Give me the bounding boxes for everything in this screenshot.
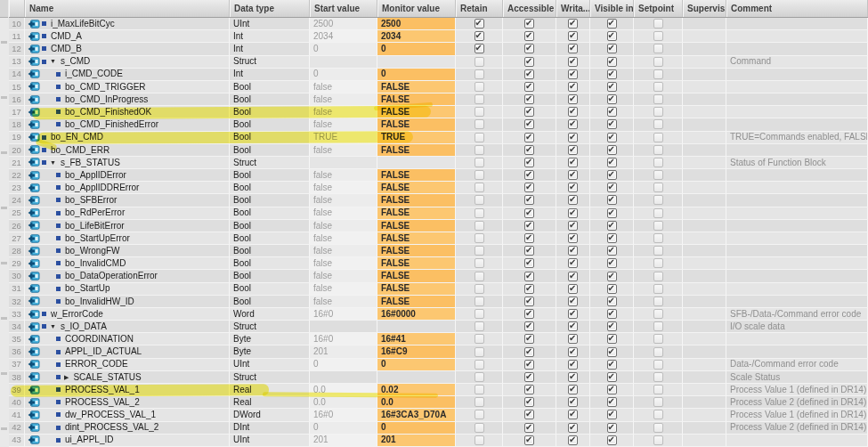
visible-checkbox[interactable]: ✔ bbox=[607, 246, 617, 256]
retain-checkbox[interactable]: ✔ bbox=[475, 19, 484, 28]
monitor-value-cell[interactable]: FALSE bbox=[377, 81, 456, 93]
data-type-cell[interactable]: DInt bbox=[230, 422, 310, 435]
variable-name-cell[interactable]: i_CMD_CODE bbox=[25, 69, 230, 81]
retain-checkbox[interactable] bbox=[475, 119, 484, 129]
data-type-cell[interactable]: Struct bbox=[230, 371, 310, 384]
visible-checkbox[interactable]: ✔ bbox=[607, 435, 617, 445]
setpoint-checkbox[interactable] bbox=[653, 107, 663, 117]
setpoint-checkbox[interactable] bbox=[653, 360, 663, 370]
accessible-checkbox[interactable]: ✔ bbox=[524, 410, 534, 419]
start-value-cell[interactable]: false bbox=[310, 106, 377, 118]
accessible-checkbox[interactable]: ✔ bbox=[524, 334, 534, 344]
retain-checkbox[interactable] bbox=[475, 94, 484, 104]
retain-checkbox[interactable] bbox=[475, 258, 484, 268]
data-type-cell[interactable]: Int bbox=[230, 43, 310, 55]
visible-checkbox[interactable]: ✔ bbox=[607, 309, 617, 319]
writable-checkbox[interactable]: ✔ bbox=[568, 221, 578, 231]
data-type-cell[interactable]: Bool bbox=[230, 257, 310, 270]
setpoint-checkbox[interactable] bbox=[653, 435, 663, 445]
writable-checkbox[interactable]: ✔ bbox=[568, 372, 578, 382]
column-header-visible[interactable]: Visible in ... bbox=[590, 0, 634, 17]
column-header-monitor[interactable]: Monitor value bbox=[377, 0, 456, 17]
accessible-checkbox[interactable]: ✔ bbox=[524, 246, 534, 256]
monitor-value-cell[interactable]: 201 bbox=[377, 435, 456, 447]
retain-checkbox[interactable] bbox=[475, 233, 484, 243]
retain-checkbox[interactable] bbox=[475, 107, 484, 117]
comment-cell[interactable] bbox=[726, 207, 868, 220]
writable-checkbox[interactable]: ✔ bbox=[568, 360, 578, 370]
writable-checkbox[interactable]: ✔ bbox=[568, 195, 578, 205]
visible-checkbox[interactable]: ✔ bbox=[607, 385, 617, 394]
retain-checkbox[interactable] bbox=[475, 195, 484, 205]
accessible-checkbox[interactable]: ✔ bbox=[524, 284, 534, 294]
accessible-checkbox[interactable]: ✔ bbox=[524, 19, 534, 28]
comment-cell[interactable] bbox=[726, 257, 868, 270]
retain-checkbox[interactable] bbox=[475, 170, 484, 180]
setpoint-checkbox[interactable] bbox=[653, 69, 663, 79]
visible-checkbox[interactable]: ✔ bbox=[607, 233, 617, 243]
comment-cell[interactable]: Process Value 1 (defined in DR14) bbox=[726, 384, 868, 396]
variable-name-cell[interactable]: bo_WrongFW bbox=[25, 245, 230, 257]
retain-checkbox[interactable] bbox=[475, 272, 484, 281]
visible-checkbox[interactable]: ✔ bbox=[607, 423, 617, 433]
writable-checkbox[interactable]: ✔ bbox=[568, 284, 578, 294]
column-header-supervision[interactable]: Supervis... bbox=[683, 0, 726, 17]
start-value-cell[interactable] bbox=[310, 321, 377, 333]
retain-checkbox[interactable] bbox=[475, 347, 484, 357]
comment-cell[interactable] bbox=[726, 30, 868, 43]
comment-cell[interactable] bbox=[726, 118, 868, 131]
variable-name-cell[interactable]: ERROR_CODE bbox=[25, 359, 230, 371]
start-value-cell[interactable]: 2034 bbox=[310, 30, 377, 43]
variable-name-cell[interactable]: bo_CMD_InProgress bbox=[25, 93, 230, 106]
visible-checkbox[interactable]: ✔ bbox=[607, 372, 617, 382]
accessible-checkbox[interactable]: ✔ bbox=[524, 221, 534, 231]
writable-checkbox[interactable]: ✔ bbox=[568, 57, 578, 67]
comment-cell[interactable] bbox=[726, 283, 868, 296]
variable-name-cell[interactable]: bo_LifeBitError bbox=[25, 220, 230, 232]
monitor-value-cell[interactable]: FALSE bbox=[377, 257, 456, 270]
setpoint-checkbox[interactable] bbox=[653, 82, 663, 92]
comment-cell[interactable] bbox=[726, 220, 868, 232]
accessible-checkbox[interactable]: ✔ bbox=[524, 119, 534, 129]
start-value-cell[interactable]: 0.0 bbox=[310, 396, 377, 409]
writable-checkbox[interactable]: ✔ bbox=[568, 44, 578, 53]
variable-name-cell[interactable]: CMD_B bbox=[25, 43, 230, 55]
retain-checkbox[interactable] bbox=[475, 435, 484, 445]
accessible-checkbox[interactable]: ✔ bbox=[524, 360, 534, 370]
monitor-value-cell[interactable]: 0 bbox=[377, 422, 456, 435]
comment-cell[interactable] bbox=[726, 194, 868, 207]
setpoint-checkbox[interactable] bbox=[653, 119, 663, 129]
setpoint-checkbox[interactable] bbox=[653, 410, 663, 419]
retain-checkbox[interactable] bbox=[475, 246, 484, 256]
visible-checkbox[interactable]: ✔ bbox=[607, 195, 617, 205]
data-type-cell[interactable]: Bool bbox=[230, 81, 310, 93]
setpoint-checkbox[interactable] bbox=[653, 258, 663, 268]
variable-name-cell[interactable]: bo_StartUp bbox=[25, 283, 230, 296]
start-value-cell[interactable]: 0.0 bbox=[310, 384, 377, 396]
variable-name-cell[interactable]: bo_EN_CMD bbox=[25, 132, 230, 144]
setpoint-checkbox[interactable] bbox=[653, 183, 663, 192]
column-header-rownum[interactable] bbox=[9, 0, 25, 17]
data-type-cell[interactable]: Bool bbox=[230, 169, 310, 182]
accessible-checkbox[interactable]: ✔ bbox=[524, 195, 534, 205]
data-type-cell[interactable]: Bool bbox=[230, 182, 310, 194]
retain-checkbox[interactable] bbox=[475, 372, 484, 382]
visible-checkbox[interactable]: ✔ bbox=[607, 334, 617, 344]
retain-checkbox[interactable] bbox=[475, 334, 484, 344]
visible-checkbox[interactable]: ✔ bbox=[607, 57, 617, 67]
variable-name-cell[interactable]: PROCESS_VAL_2 bbox=[25, 396, 230, 409]
writable-checkbox[interactable]: ✔ bbox=[568, 397, 578, 407]
comment-cell[interactable] bbox=[726, 144, 868, 157]
writable-checkbox[interactable]: ✔ bbox=[568, 158, 578, 167]
monitor-value-cell[interactable]: 0.02 bbox=[377, 384, 456, 396]
start-value-cell[interactable] bbox=[310, 56, 377, 69]
comment-cell[interactable] bbox=[726, 106, 868, 118]
variable-name-cell[interactable]: bo_ApplIDError bbox=[25, 169, 230, 182]
variable-name-cell[interactable]: bo_CMD_FinishedError bbox=[25, 118, 230, 131]
column-header-name[interactable]: Name bbox=[25, 0, 230, 17]
setpoint-checkbox[interactable] bbox=[653, 321, 663, 331]
retain-checkbox[interactable] bbox=[475, 133, 484, 142]
writable-checkbox[interactable]: ✔ bbox=[568, 334, 578, 344]
data-type-cell[interactable]: Word bbox=[230, 308, 310, 321]
start-value-cell[interactable]: 0 bbox=[310, 69, 377, 81]
